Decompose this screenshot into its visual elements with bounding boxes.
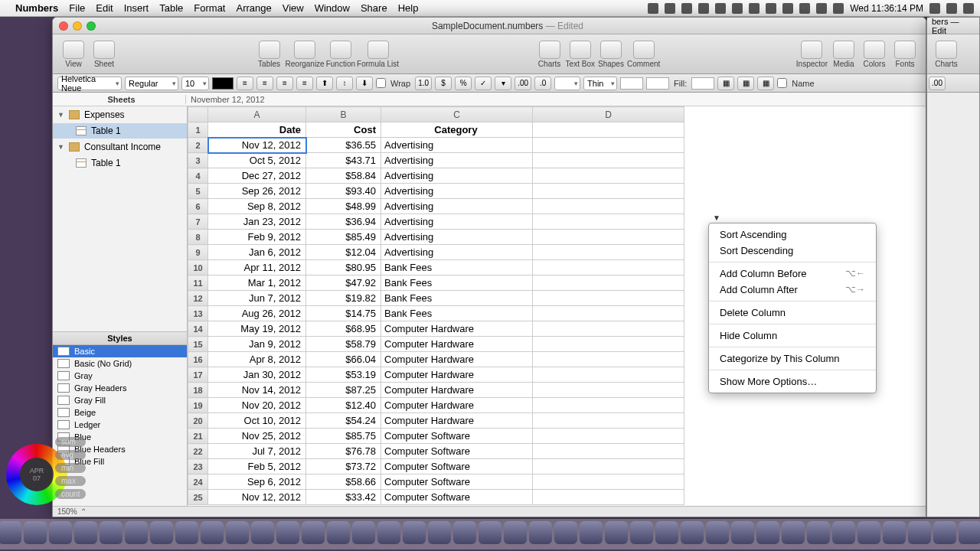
menu-window[interactable]: Window	[315, 2, 350, 14]
table-row[interactable]: 9Jan 6, 2012$12.04Advertising	[188, 245, 684, 260]
cell-empty[interactable]	[533, 413, 684, 429]
dock-app-icon[interactable]	[681, 521, 704, 544]
cell-category[interactable]: Bank Fees	[381, 306, 533, 321]
menu-share[interactable]: Share	[361, 2, 387, 14]
header-cell-cost[interactable]: Cost	[306, 122, 381, 138]
cell-category[interactable]: Computer Software	[381, 459, 533, 474]
border-color-swatch[interactable]	[620, 77, 643, 90]
cell-cost[interactable]: $54.24	[306, 413, 381, 429]
cell-cost[interactable]: $58.66	[306, 474, 381, 490]
cell-empty[interactable]	[533, 352, 684, 367]
border-weight-select[interactable]: Thin	[583, 77, 617, 90]
cell-cost[interactable]: $53.19	[306, 367, 381, 383]
cell-date[interactable]: Sep 8, 2012	[208, 199, 306, 214]
dock-app-icon[interactable]	[832, 521, 855, 544]
menubar-clock[interactable]: Wed 11:36:14 PM	[850, 3, 923, 14]
cell-date[interactable]: Jul 7, 2012	[208, 444, 306, 459]
context-menu-item[interactable]: Sort Ascending	[709, 227, 876, 243]
table-row[interactable]: 20Oct 10, 2012$54.24Computer Hardware	[188, 413, 684, 429]
cell-category[interactable]: Computer Hardware	[381, 398, 533, 413]
dock-app-icon[interactable]	[933, 521, 956, 544]
shapes-button[interactable]: Shapes	[596, 41, 626, 68]
context-menu-item[interactable]: Add Column After⌥→	[709, 282, 876, 298]
table-row[interactable]: 16Apr 8, 2012$66.04Computer Hardware	[188, 352, 684, 367]
cell-date[interactable]: Nov 12, 2012	[208, 138, 306, 153]
dock-app-icon[interactable]	[908, 521, 931, 544]
dock-app-icon[interactable]	[756, 521, 779, 544]
table-style-1-button[interactable]: ▦	[717, 77, 734, 90]
cell-date[interactable]: Jan 9, 2012	[208, 337, 306, 352]
cell-empty[interactable]	[533, 474, 684, 490]
align-center-button[interactable]: ≡	[256, 77, 273, 90]
dock-app-icon[interactable]	[807, 521, 830, 544]
table-row[interactable]: 21Nov 25, 2012$85.75Computer Software	[188, 429, 684, 444]
cell-category[interactable]: Bank Fees	[381, 260, 533, 276]
cell-value-display[interactable]: November 12, 2012	[186, 95, 265, 104]
cell-date[interactable]: Jun 7, 2012	[208, 291, 306, 306]
tables-button[interactable]: Tables	[255, 41, 284, 68]
row-header[interactable]: 1	[188, 122, 208, 138]
dock-app-icon[interactable]	[731, 521, 754, 544]
row-header[interactable]: 20	[188, 413, 208, 429]
font-weight-select[interactable]: Regular	[125, 77, 178, 90]
cell-cost[interactable]: $73.72	[306, 459, 381, 474]
menubar-extra-icon[interactable]	[782, 3, 793, 14]
dock-app-icon[interactable]	[24, 521, 47, 544]
menu-format[interactable]: Format	[194, 2, 225, 14]
context-menu-item[interactable]: Delete Column	[709, 305, 876, 321]
cell-cost[interactable]: $47.92	[306, 276, 381, 291]
app-menu[interactable]: Numbers	[15, 2, 58, 14]
row-header[interactable]: 17	[188, 367, 208, 383]
font-family-select[interactable]: Helvetica Neue	[57, 77, 122, 90]
font-size-select[interactable]: 10	[181, 77, 209, 90]
table-row[interactable]: 6Sep 8, 2012$48.99Advertising	[188, 199, 684, 214]
cell-empty[interactable]	[533, 367, 684, 383]
cell-cost[interactable]: $19.82	[306, 291, 381, 306]
dock-app-icon[interactable]	[529, 521, 552, 544]
format-more-button[interactable]: ▾	[495, 77, 511, 90]
cell-category[interactable]: Computer Hardware	[381, 413, 533, 429]
close-button[interactable]	[59, 21, 68, 31]
cell-empty[interactable]	[533, 138, 684, 153]
view-button[interactable]: View	[59, 41, 88, 68]
header-cell-d[interactable]	[533, 122, 684, 138]
cell-empty[interactable]	[533, 230, 684, 245]
menubar-extra-icon[interactable]	[698, 3, 709, 14]
row-header[interactable]: 3	[188, 153, 208, 168]
table-row[interactable]: 13Aug 26, 2012$14.75Bank Fees	[188, 306, 684, 321]
cell-category[interactable]: Computer Hardware	[381, 367, 533, 383]
table-row[interactable]: 3Oct 5, 2012$43.71Advertising	[188, 153, 684, 168]
table-row[interactable]: 8Feb 9, 2012$85.49Advertising	[188, 230, 684, 245]
dock-app-icon[interactable]	[201, 521, 224, 544]
dock-app-icon[interactable]	[327, 521, 350, 544]
cell-date[interactable]: Dec 27, 2012	[208, 168, 306, 184]
row-header[interactable]: 14	[188, 321, 208, 337]
fill-swatch[interactable]	[691, 77, 714, 90]
cell-cost[interactable]: $66.04	[306, 352, 381, 367]
cell-category[interactable]: Advertising	[381, 199, 533, 214]
column-header-d[interactable]: D	[533, 107, 684, 122]
dock-app-icon[interactable]	[0, 521, 21, 544]
context-menu-item[interactable]: Sort Descending	[709, 243, 876, 259]
header-cell-date[interactable]: Date	[208, 122, 306, 138]
context-menu-item[interactable]: Add Column Before⌥←	[709, 266, 876, 282]
cell-category[interactable]: Bank Fees	[381, 291, 533, 306]
table-row[interactable]: 19Nov 20, 2012$12.40Computer Hardware	[188, 398, 684, 413]
table-row[interactable]: 23Feb 5, 2012$73.72Computer Software	[188, 459, 684, 474]
style-item[interactable]: Gray	[53, 370, 187, 382]
table-row[interactable]: 24Sep 6, 2012$58.66Computer Software	[188, 474, 684, 490]
cell-category[interactable]: Bank Fees	[381, 276, 533, 291]
table-row[interactable]: 11Mar 1, 2012$47.92Bank Fees	[188, 276, 684, 291]
dock-app-icon[interactable]	[554, 521, 577, 544]
cell-empty[interactable]	[533, 459, 684, 474]
cell-empty[interactable]	[533, 321, 684, 337]
cell-cost[interactable]: $85.49	[306, 230, 381, 245]
cell-date[interactable]: May 19, 2012	[208, 321, 306, 337]
menu-help[interactable]: Help	[398, 2, 419, 14]
dock-app-icon[interactable]	[276, 521, 299, 544]
row-header[interactable]: 5	[188, 184, 208, 199]
cell-category[interactable]: Advertising	[381, 138, 533, 153]
table-style-3-button[interactable]: ▦	[757, 77, 774, 90]
style-item[interactable]: Beige	[53, 406, 187, 419]
spreadsheet-canvas[interactable]: A B C D 1 Date Cost Category 2Nov 12, 20…	[188, 106, 926, 506]
